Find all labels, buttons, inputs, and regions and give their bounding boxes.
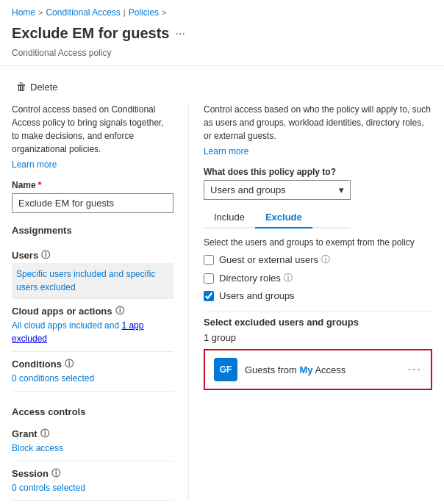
assignment-conditions: Conditions ⓘ 0 conditions selected [12,352,173,392]
assignment-session: Session ⓘ 0 controls selected [12,461,173,501]
checkbox-guest-users: Guest or external users ⓘ [204,253,432,266]
users-header: Users ⓘ [12,243,173,263]
tab-exclude[interactable]: Exclude [255,207,312,228]
exclude-subtitle: Select the users and groups to exempt fr… [204,237,432,248]
grant-value[interactable]: Block access [12,442,173,461]
assignments-title: Assignments [12,225,173,236]
directory-roles-label: Directory roles ⓘ [219,272,293,284]
main-content: Control access based on Conditional Acce… [0,103,444,501]
cloud-apps-label: Cloud apps or actions [12,306,112,317]
users-value[interactable]: Specific users included and specific use… [12,263,173,299]
left-description: Control access based on Conditional Acce… [12,103,173,156]
cloud-apps-header: Cloud apps or actions ⓘ [12,299,173,319]
delete-button[interactable]: 🗑 Delete [12,78,62,96]
cloud-apps-info-icon[interactable]: ⓘ [115,305,124,317]
tabs-row: Include Exclude [204,207,351,228]
cloud-apps-value[interactable]: All cloud apps included and 1 app exclud… [12,319,173,352]
grant-header: Grant ⓘ [12,422,173,442]
directory-roles-info-icon[interactable]: ⓘ [284,272,293,284]
right-learn-more[interactable]: Learn more [204,146,248,156]
delete-icon: 🗑 [16,81,26,93]
guest-users-info-icon[interactable]: ⓘ [321,253,330,266]
group-avatar: GF [214,358,237,381]
directory-roles-checkbox[interactable] [204,273,214,284]
name-input[interactable] [12,193,173,213]
breadcrumb-sep2: > [162,8,166,17]
conditions-info-icon[interactable]: ⓘ [65,358,74,370]
grant-info-icon[interactable]: ⓘ [40,428,49,440]
conditions-header: Conditions ⓘ [12,352,173,372]
tab-include[interactable]: Include [204,207,255,228]
right-description: Control access based on who the policy w… [204,103,432,143]
assignment-cloud-apps: Cloud apps or actions ⓘ All cloud apps i… [12,299,173,352]
page-title-area: Exclude EM for guests ··· [0,22,444,48]
dropdown-value: Users and groups [210,184,286,195]
page-title: Exclude EM for guests [12,25,170,42]
group-count: 1 group [204,332,432,343]
session-info-icon[interactable]: ⓘ [51,467,60,480]
conditions-label: Conditions [12,359,62,370]
assignment-users: Users ⓘ Specific users included and spec… [12,243,173,299]
left-panel: Control access based on Conditional Acce… [12,103,188,501]
name-required: * [38,180,42,190]
breadcrumb: Home > Conditional Access | Policies > [0,0,444,22]
breadcrumb-policies[interactable]: Policies [129,7,159,18]
group-more-icon[interactable]: ··· [408,363,422,376]
group-name-part1: Guests from [245,364,299,375]
name-label-text: Name [12,180,36,190]
users-label: Users [12,250,38,261]
page-subtitle: Conditional Access policy [0,48,444,65]
grant-label: Grant [12,428,37,439]
page-more-icon[interactable]: ··· [176,27,185,40]
excluded-section-title: Select excluded users and groups [204,312,432,328]
group-name-highlight: My [299,364,312,375]
breadcrumb-conditional-access[interactable]: Conditional Access [46,7,120,18]
title-divider [0,65,444,66]
assignment-grant: Grant ⓘ Block access [12,422,173,461]
chevron-down-icon: ▾ [339,184,344,195]
session-header: Session ⓘ [12,461,173,481]
guest-users-checkbox[interactable] [204,255,214,265]
session-value[interactable]: 0 controls selected [12,481,173,501]
breadcrumb-home[interactable]: Home [12,7,35,18]
group-name-part2: Access [312,364,345,375]
name-field-label: Name * [12,180,173,190]
delete-label: Delete [30,82,58,93]
cloud-apps-value-text: All cloud apps included and [12,320,121,331]
conditions-value[interactable]: 0 conditions selected [12,372,173,392]
toolbar: 🗑 Delete [0,73,444,103]
session-label: Session [12,468,49,479]
policy-applies-dropdown[interactable]: Users and groups ▾ [204,180,351,200]
group-card[interactable]: GF Guests from My Access ··· [204,349,432,390]
users-info-icon[interactable]: ⓘ [41,249,50,262]
access-controls-title: Access controls [12,403,173,417]
guest-users-label: Guest or external users ⓘ [219,253,330,266]
users-groups-label: Users and groups [219,290,295,301]
users-groups-checkbox[interactable] [204,291,214,301]
right-panel: Control access based on who the policy w… [188,103,432,501]
policy-applies-label: What does this policy apply to? [204,167,432,177]
breadcrumb-pipe: | [123,8,126,17]
group-name: Guests from My Access [245,364,401,375]
checkbox-directory-roles: Directory roles ⓘ [204,272,432,284]
checkbox-users-groups: Users and groups [204,290,432,301]
left-learn-more[interactable]: Learn more [12,159,57,170]
breadcrumb-sep1: > [38,8,43,17]
